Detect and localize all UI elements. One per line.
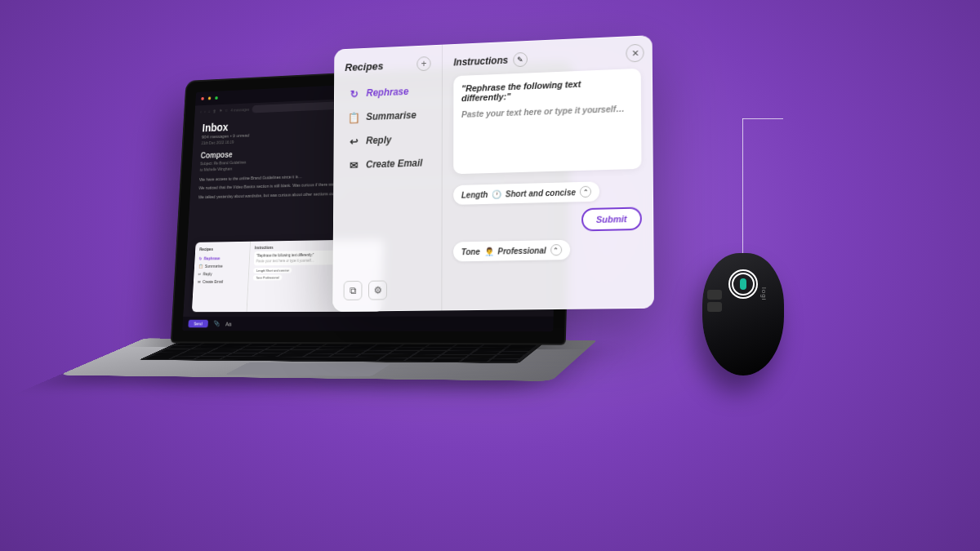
reply-icon: ↩	[348, 135, 360, 148]
clock-icon: 🕐	[492, 189, 501, 198]
mouse-button-highlight	[728, 269, 758, 299]
attach-icon[interactable]: 📎	[213, 321, 220, 327]
chevron-down-icon: ⌃	[550, 244, 562, 256]
mini-reply[interactable]: ↩Reply	[198, 269, 244, 278]
star-icon[interactable]: ☆	[225, 108, 228, 113]
trackpad	[225, 362, 390, 376]
tone-selector[interactable]: Tone 👨‍💼 Professional ⌃	[453, 240, 570, 262]
archive-icon[interactable]: ⌂	[208, 109, 211, 113]
recipe-summarise[interactable]: 📋 Summarise	[345, 103, 431, 130]
summarise-icon: 📋	[348, 111, 360, 124]
close-dot[interactable]	[201, 97, 204, 100]
mini-summarise[interactable]: 📋Summarise	[198, 262, 245, 270]
trash-icon[interactable]: 🗑	[213, 109, 217, 113]
history-button[interactable]: ⧉	[344, 281, 363, 300]
laptop-base	[59, 338, 597, 381]
prompt-box: "Rephrase the following text differently…	[453, 69, 641, 174]
keyboard	[139, 342, 544, 363]
recipe-create-email[interactable]: ✉ Create Email	[345, 151, 431, 178]
unread-count: 9 unread	[233, 133, 250, 138]
rephrase-icon: ↻	[348, 87, 360, 100]
mouse-ai-button[interactable]	[740, 278, 746, 290]
max-dot[interactable]	[215, 96, 218, 100]
flag-icon[interactable]: ⚑	[220, 109, 223, 113]
nav-fwd-icon[interactable]: ›	[204, 109, 206, 114]
edit-instructions-button[interactable]: ✎	[513, 52, 528, 68]
recipes-title: Recipes	[345, 60, 383, 73]
submit-button[interactable]: Submit	[581, 207, 642, 231]
chevron-down-icon: ⌃	[580, 186, 591, 198]
length-selector[interactable]: Length 🕐 Short and concise ⌃	[453, 181, 599, 205]
msg-count: 4 messages	[230, 107, 249, 113]
inbox-count: 904 messages	[202, 134, 229, 140]
add-recipe-button[interactable]: +	[416, 56, 430, 71]
input-textarea[interactable]: Paste your text here or type it yourself…	[461, 103, 633, 166]
prompt-text: "Rephrase the following text differently…	[461, 77, 633, 103]
settings-button[interactable]: ⚙	[368, 281, 387, 300]
mini-create-email[interactable]: ✉Create Email	[198, 278, 244, 286]
mouse-brand: logi	[760, 287, 768, 300]
format-icon[interactable]: Aa	[225, 321, 232, 327]
mouse-side-button-1[interactable]	[707, 290, 722, 300]
instructions-title: Instructions	[453, 55, 508, 69]
ai-panel: Recipes + ↻ Rephrase 📋 Summarise ↩ Reply…	[332, 35, 654, 312]
recipe-reply[interactable]: ↩ Reply	[345, 127, 431, 153]
email-icon: ✉	[347, 158, 359, 171]
min-dot[interactable]	[208, 97, 212, 100]
recipe-rephrase[interactable]: ↻ Rephrase	[345, 78, 430, 105]
close-button[interactable]: ✕	[626, 44, 644, 63]
send-button[interactable]: Send	[188, 320, 207, 328]
nav-back-icon[interactable]: ‹	[200, 109, 202, 114]
professional-icon: 👨‍💼	[484, 247, 494, 256]
mouse-side-button-2[interactable]	[707, 302, 722, 312]
mouse: logi	[702, 253, 792, 384]
compose-bottom-bar: Send 📎 Aa	[182, 317, 553, 332]
